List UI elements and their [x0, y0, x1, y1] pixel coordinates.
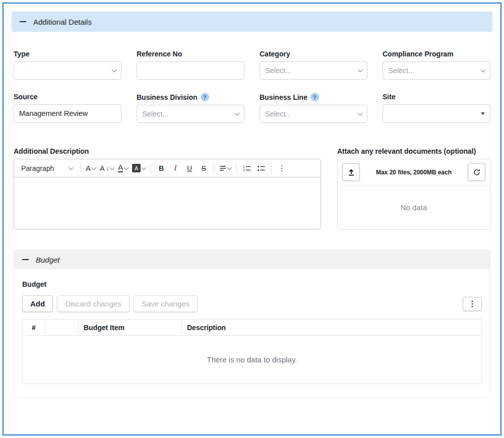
chevron-down-icon: [91, 165, 96, 170]
strikethrough-button[interactable]: S: [197, 161, 210, 175]
business-line-placeholder: Select...: [265, 110, 291, 118]
field-category: Category Select...: [260, 50, 367, 80]
save-changes-button[interactable]: Save changes: [134, 295, 198, 312]
budget-empty-message: There is no data to display.: [23, 336, 482, 384]
upload-button[interactable]: [342, 163, 360, 181]
chevron-down-icon: [358, 68, 363, 73]
font-background-button[interactable]: A: [131, 161, 147, 175]
bold-button[interactable]: B: [155, 161, 168, 175]
budget-table-empty-row: There is no data to display.: [23, 336, 482, 384]
collapse-minus-icon[interactable]: [22, 259, 29, 260]
kebab-icon: ⋮: [468, 299, 476, 308]
richtext-toolbar: Paragraph A A ↕ A A: [14, 159, 321, 177]
chevron-down-icon: [227, 165, 232, 170]
align-left-icon: [219, 165, 226, 171]
refresh-icon: [473, 168, 481, 176]
text-alignment-button[interactable]: [218, 161, 233, 175]
site-select[interactable]: [383, 104, 490, 122]
numbered-list-button[interactable]: 1 2: [240, 161, 254, 175]
attachments-label: Attach any relevant documents (optional): [337, 147, 490, 155]
field-site: Site: [383, 93, 490, 123]
field-reference-no: Reference No: [137, 50, 244, 80]
business-line-label: Business Line ?: [260, 93, 367, 101]
source-input[interactable]: [14, 104, 121, 122]
attachments-box: Max 20 files, 2000MB each No data: [337, 159, 490, 230]
font-color-button[interactable]: A: [116, 161, 130, 175]
underline-button[interactable]: U: [183, 161, 196, 175]
toolbar-separator: [214, 163, 214, 173]
budget-section: Budget Budget Add Discard changes Save c…: [14, 249, 490, 398]
reference-no-label: Reference No: [137, 50, 244, 58]
help-icon[interactable]: ?: [310, 93, 319, 101]
caret-down-icon: [481, 112, 485, 115]
attachments-empty-state: No data: [338, 185, 490, 229]
category-label: Category: [260, 50, 367, 58]
panel-title: Additional Details: [33, 18, 92, 26]
toolbar-overflow-button[interactable]: ⋮: [275, 161, 288, 175]
chevron-down-icon: [112, 68, 117, 73]
refresh-button[interactable]: [468, 163, 485, 181]
chevron-down-icon: [358, 111, 363, 116]
category-placeholder: Select...: [265, 67, 291, 75]
paragraph-style-dropdown[interactable]: Paragraph: [17, 161, 77, 175]
discard-changes-button[interactable]: Discard changes: [57, 295, 130, 312]
category-select[interactable]: Select...: [260, 61, 367, 80]
additional-description-section: Additional Description Paragraph A A ↕: [14, 147, 321, 231]
budget-table: # Budget Item Description There is no da…: [22, 319, 482, 384]
chevron-down-icon: [124, 165, 129, 170]
compliance-program-label: Compliance Program: [383, 50, 490, 58]
field-business-line: Business Line ? Select...: [260, 93, 367, 123]
column-header-blank: [45, 320, 79, 336]
business-line-select[interactable]: Select...: [260, 105, 367, 123]
budget-body: Budget Add Discard changes Save changes …: [14, 269, 490, 397]
svg-text:1: 1: [243, 165, 245, 168]
help-icon[interactable]: ?: [201, 93, 209, 101]
type-select[interactable]: [14, 61, 121, 80]
budget-section-header[interactable]: Budget: [14, 250, 490, 269]
panel-header-additional-details[interactable]: Additional Details: [12, 12, 492, 32]
budget-table-header-row: # Budget Item Description: [23, 320, 482, 336]
toolbar-separator: [80, 163, 81, 173]
business-division-select[interactable]: Select...: [137, 105, 244, 123]
toolbar-separator: [271, 163, 272, 173]
font-family-icon: A: [86, 164, 91, 172]
attachments-hint: Max 20 files, 2000MB each: [360, 169, 468, 176]
column-header-description[interactable]: Description: [182, 320, 482, 336]
toolbar-separator: [236, 163, 237, 173]
add-button[interactable]: Add: [22, 295, 53, 312]
bullet-list-icon: [257, 165, 265, 172]
font-size-arrows-icon: ↕: [106, 165, 109, 171]
column-header-number[interactable]: #: [23, 320, 45, 336]
budget-section-title: Budget: [36, 256, 60, 264]
business-line-label-text: Business Line: [260, 93, 307, 101]
chevron-down-icon: [110, 165, 115, 170]
kebab-icon: ⋮: [278, 163, 286, 173]
compliance-program-placeholder: Select...: [388, 67, 414, 75]
chevron-down-icon: [142, 165, 147, 170]
reference-no-input[interactable]: [137, 61, 244, 80]
attachments-toolbar: Max 20 files, 2000MB each: [338, 159, 490, 185]
budget-menu-button[interactable]: ⋮: [463, 297, 482, 311]
font-color-icon: A: [118, 164, 123, 172]
field-business-division: Business Division ? Select...: [137, 93, 244, 123]
collapse-minus-icon[interactable]: [20, 21, 26, 22]
additional-description-editor[interactable]: [14, 177, 321, 229]
column-header-budget-item[interactable]: Budget Item: [79, 320, 182, 336]
additional-description-label: Additional Description: [14, 147, 321, 155]
field-compliance-program: Compliance Program Select...: [383, 50, 490, 80]
svg-text:2: 2: [243, 168, 245, 172]
font-size-icon: A: [100, 164, 105, 172]
font-size-button[interactable]: A ↕: [98, 161, 115, 175]
bullet-list-button[interactable]: [255, 161, 268, 175]
attachments-section: Attach any relevant documents (optional)…: [337, 147, 490, 231]
upload-icon: [347, 168, 355, 176]
compliance-program-select[interactable]: Select...: [383, 61, 490, 80]
budget-toolbar: Add Discard changes Save changes ⋮: [22, 295, 482, 312]
business-division-placeholder: Select...: [142, 110, 168, 118]
italic-button[interactable]: I: [169, 161, 182, 175]
toolbar-separator: [151, 163, 151, 173]
chevron-down-icon: [69, 165, 74, 170]
field-source: Source: [14, 93, 121, 123]
paragraph-style-value: Paragraph: [21, 164, 54, 172]
font-family-button[interactable]: A: [84, 161, 97, 175]
